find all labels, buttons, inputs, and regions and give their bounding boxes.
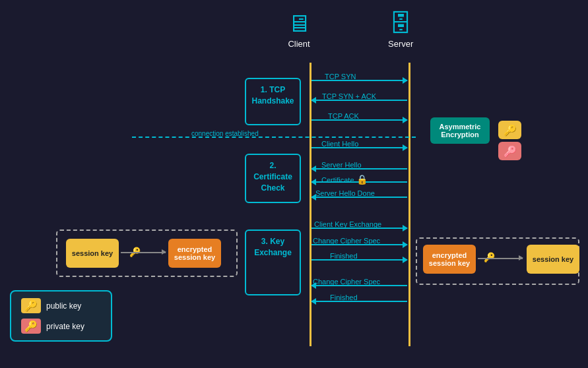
- client-key-exchange-label: Client Key Exchange: [314, 220, 381, 228]
- monitor-icon: 🖥: [287, 10, 311, 38]
- change-cipher-1-label: Change Cipher Spec: [313, 237, 380, 245]
- server-hello-label: Server Hello: [321, 161, 362, 169]
- finished-1-label: Finished: [330, 252, 358, 260]
- step-3-box: 3. Key Exchange: [245, 230, 301, 295]
- tcp-ack-line: [311, 119, 407, 121]
- encrypted-session-key-left: encrypted session key: [168, 239, 221, 268]
- change-cipher-2-label: Change Cipher Spec: [313, 278, 380, 286]
- certificate-label: Certificate 🔒: [321, 174, 368, 185]
- main-diagram: 🖥 Client 🗄 Server 1. TCP Handshake 2. Ce…: [0, 0, 588, 368]
- legend-box: 🔑 public key 🔑 private key: [10, 290, 112, 342]
- legend-public-key: 🔑 public key: [21, 298, 101, 313]
- private-key-legend-icon: 🔑: [21, 319, 41, 334]
- finished-2-label: Finished: [330, 293, 358, 301]
- public-key-icon-asym: 🔑: [498, 121, 521, 139]
- tcp-syn-label: TCP SYN: [325, 73, 356, 80]
- session-key-right: session key: [527, 245, 579, 274]
- public-key-legend-label: public key: [46, 301, 81, 311]
- client-icon-group: 🖥 Client: [287, 10, 311, 49]
- asym-encryption-box: Asymmetric Encryption: [430, 117, 490, 144]
- finished-2-line: [311, 301, 407, 302]
- session-key-left: session key: [66, 239, 119, 268]
- server-timeline: [408, 63, 410, 346]
- server-label: Server: [388, 39, 413, 49]
- asym-keys-group: 🔑 🔑: [498, 121, 521, 160]
- server-hello-done-label: Server Hello Done: [315, 189, 375, 197]
- connection-established-label: connection established: [191, 130, 259, 137]
- encrypted-session-key-right: encrypted session key: [423, 245, 476, 274]
- sk-to-enc-arrow: [121, 252, 166, 253]
- client-hello-label: Client Hello: [321, 140, 358, 148]
- finished-1-line: [311, 259, 407, 261]
- public-key-legend-icon: 🔑: [21, 298, 41, 313]
- certificate-lock-icon: 🔒: [356, 174, 368, 185]
- server-icon: 🗄: [388, 10, 413, 38]
- enc-to-sk-arrow-right: [478, 258, 523, 259]
- tcp-ack-label: TCP ACK: [328, 112, 359, 120]
- connection-established-line: [132, 137, 416, 138]
- tcp-syn-ack-label: TCP SYN + ACK: [322, 92, 376, 100]
- legend-private-key: 🔑 private key: [21, 319, 101, 334]
- private-key-legend-label: private key: [46, 322, 84, 331]
- step-1-box: 1. TCP Handshake: [245, 78, 301, 125]
- private-key-icon-asym: 🔑: [498, 142, 521, 160]
- client-label: Client: [288, 39, 310, 49]
- key-icon-right: 🔑: [484, 252, 495, 262]
- step-2-box: 2. Certificate Check: [245, 154, 301, 203]
- server-icon-group: 🗄 Server: [388, 10, 413, 49]
